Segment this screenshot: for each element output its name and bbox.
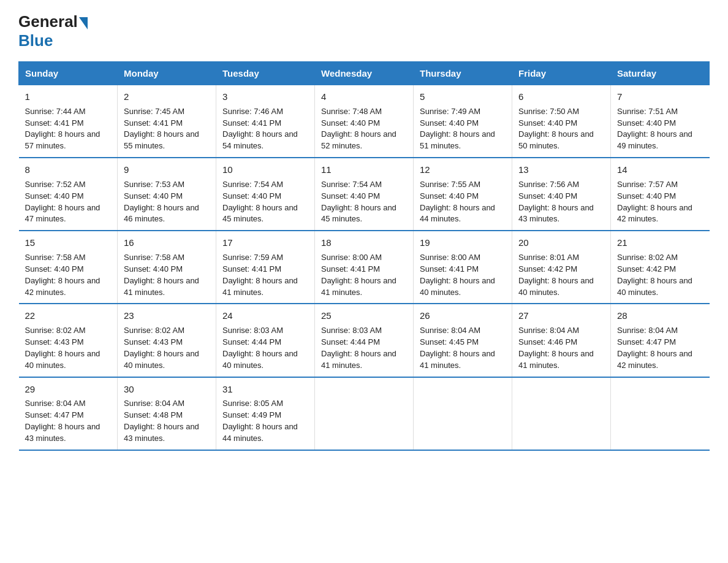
day-number: 3 xyxy=(222,90,308,104)
day-info: Sunrise: 7:55 AMSunset: 4:40 PMDaylight:… xyxy=(420,180,495,224)
day-info: Sunrise: 7:49 AMSunset: 4:40 PMDaylight:… xyxy=(420,107,495,151)
day-number: 19 xyxy=(420,236,506,250)
day-cell xyxy=(512,377,611,450)
logo-triangle-icon xyxy=(79,17,88,29)
day-cell: 28Sunrise: 8:04 AMSunset: 4:47 PMDayligh… xyxy=(611,304,710,377)
day-info: Sunrise: 7:59 AMSunset: 4:41 PMDaylight:… xyxy=(222,253,298,297)
day-cell: 10Sunrise: 7:54 AMSunset: 4:40 PMDayligh… xyxy=(216,158,315,231)
day-info: Sunrise: 8:04 AMSunset: 4:48 PMDaylight:… xyxy=(124,399,199,443)
day-cell: 19Sunrise: 8:00 AMSunset: 4:41 PMDayligh… xyxy=(414,231,512,304)
day-number: 1 xyxy=(25,90,112,104)
day-info: Sunrise: 7:46 AMSunset: 4:41 PMDaylight:… xyxy=(222,107,298,151)
day-cell: 25Sunrise: 8:03 AMSunset: 4:44 PMDayligh… xyxy=(315,304,414,377)
day-info: Sunrise: 8:00 AMSunset: 4:41 PMDaylight:… xyxy=(420,253,495,297)
day-cell: 9Sunrise: 7:53 AMSunset: 4:40 PMDaylight… xyxy=(118,158,216,231)
day-cell: 2Sunrise: 7:45 AMSunset: 4:41 PMDaylight… xyxy=(118,85,216,158)
logo: General Blue xyxy=(18,12,89,50)
day-cell: 29Sunrise: 8:04 AMSunset: 4:47 PMDayligh… xyxy=(19,377,118,450)
day-cell: 30Sunrise: 8:04 AMSunset: 4:48 PMDayligh… xyxy=(118,377,216,450)
calendar-table: SundayMondayTuesdayWednesdayThursdayFrid… xyxy=(18,61,710,451)
day-info: Sunrise: 7:45 AMSunset: 4:41 PMDaylight:… xyxy=(124,107,199,151)
day-cell: 1Sunrise: 7:44 AMSunset: 4:41 PMDaylight… xyxy=(19,85,118,158)
day-info: Sunrise: 7:56 AMSunset: 4:40 PMDaylight:… xyxy=(518,180,594,224)
day-number: 30 xyxy=(124,383,210,396)
day-cell: 22Sunrise: 8:02 AMSunset: 4:43 PMDayligh… xyxy=(19,304,118,377)
day-info: Sunrise: 7:54 AMSunset: 4:40 PMDaylight:… xyxy=(222,180,298,224)
col-header-wednesday: Wednesday xyxy=(315,62,414,85)
day-number: 23 xyxy=(124,309,210,323)
day-cell: 13Sunrise: 7:56 AMSunset: 4:40 PMDayligh… xyxy=(512,158,611,231)
week-row-1: 1Sunrise: 7:44 AMSunset: 4:41 PMDaylight… xyxy=(19,85,710,158)
day-info: Sunrise: 8:03 AMSunset: 4:44 PMDaylight:… xyxy=(321,326,396,370)
day-cell: 14Sunrise: 7:57 AMSunset: 4:40 PMDayligh… xyxy=(611,158,710,231)
day-cell: 4Sunrise: 7:48 AMSunset: 4:40 PMDaylight… xyxy=(315,85,414,158)
day-cell: 5Sunrise: 7:49 AMSunset: 4:40 PMDaylight… xyxy=(414,85,512,158)
day-info: Sunrise: 8:03 AMSunset: 4:44 PMDaylight:… xyxy=(222,326,298,370)
day-cell: 26Sunrise: 8:04 AMSunset: 4:45 PMDayligh… xyxy=(414,304,512,377)
day-number: 24 xyxy=(222,309,308,323)
day-info: Sunrise: 7:58 AMSunset: 4:40 PMDaylight:… xyxy=(124,253,199,297)
day-info: Sunrise: 8:04 AMSunset: 4:46 PMDaylight:… xyxy=(518,326,594,370)
day-cell: 20Sunrise: 8:01 AMSunset: 4:42 PMDayligh… xyxy=(512,231,611,304)
day-info: Sunrise: 7:44 AMSunset: 4:41 PMDaylight:… xyxy=(25,107,100,151)
day-info: Sunrise: 7:58 AMSunset: 4:40 PMDaylight:… xyxy=(25,253,100,297)
day-cell: 11Sunrise: 7:54 AMSunset: 4:40 PMDayligh… xyxy=(315,158,414,231)
col-header-tuesday: Tuesday xyxy=(216,62,315,85)
day-number: 26 xyxy=(420,309,506,323)
day-number: 13 xyxy=(518,163,604,177)
day-number: 11 xyxy=(321,163,407,177)
day-number: 8 xyxy=(25,163,112,177)
day-cell: 3Sunrise: 7:46 AMSunset: 4:41 PMDaylight… xyxy=(216,85,315,158)
day-info: Sunrise: 7:52 AMSunset: 4:40 PMDaylight:… xyxy=(25,180,100,224)
day-cell: 6Sunrise: 7:50 AMSunset: 4:40 PMDaylight… xyxy=(512,85,611,158)
day-cell: 16Sunrise: 7:58 AMSunset: 4:40 PMDayligh… xyxy=(118,231,216,304)
day-info: Sunrise: 7:51 AMSunset: 4:40 PMDaylight:… xyxy=(617,107,692,151)
day-number: 6 xyxy=(518,90,604,104)
week-row-2: 8Sunrise: 7:52 AMSunset: 4:40 PMDaylight… xyxy=(19,158,710,231)
day-info: Sunrise: 8:02 AMSunset: 4:43 PMDaylight:… xyxy=(124,326,199,370)
day-info: Sunrise: 8:04 AMSunset: 4:47 PMDaylight:… xyxy=(617,326,692,370)
day-number: 15 xyxy=(25,236,112,250)
page-header: General Blue xyxy=(18,12,710,50)
day-info: Sunrise: 8:02 AMSunset: 4:43 PMDaylight:… xyxy=(25,326,100,370)
day-number: 25 xyxy=(321,309,407,323)
col-header-monday: Monday xyxy=(118,62,216,85)
day-info: Sunrise: 7:54 AMSunset: 4:40 PMDaylight:… xyxy=(321,180,396,224)
day-cell: 8Sunrise: 7:52 AMSunset: 4:40 PMDaylight… xyxy=(19,158,118,231)
day-info: Sunrise: 8:01 AMSunset: 4:42 PMDaylight:… xyxy=(518,253,594,297)
week-row-5: 29Sunrise: 8:04 AMSunset: 4:47 PMDayligh… xyxy=(19,377,710,450)
day-number: 22 xyxy=(25,309,112,323)
day-cell: 15Sunrise: 7:58 AMSunset: 4:40 PMDayligh… xyxy=(19,231,118,304)
day-number: 10 xyxy=(222,163,308,177)
week-row-3: 15Sunrise: 7:58 AMSunset: 4:40 PMDayligh… xyxy=(19,231,710,304)
day-cell: 24Sunrise: 8:03 AMSunset: 4:44 PMDayligh… xyxy=(216,304,315,377)
logo-general-text: General xyxy=(18,12,78,31)
day-number: 12 xyxy=(420,163,506,177)
day-number: 28 xyxy=(617,309,703,323)
week-row-4: 22Sunrise: 8:02 AMSunset: 4:43 PMDayligh… xyxy=(19,304,710,377)
calendar-header-row: SundayMondayTuesdayWednesdayThursdayFrid… xyxy=(19,62,710,85)
day-number: 16 xyxy=(124,236,210,250)
day-info: Sunrise: 8:02 AMSunset: 4:42 PMDaylight:… xyxy=(617,253,692,297)
col-header-saturday: Saturday xyxy=(611,62,710,85)
day-info: Sunrise: 7:50 AMSunset: 4:40 PMDaylight:… xyxy=(518,107,594,151)
day-number: 20 xyxy=(518,236,604,250)
col-header-thursday: Thursday xyxy=(414,62,512,85)
day-number: 18 xyxy=(321,236,407,250)
day-number: 31 xyxy=(222,383,308,396)
day-cell: 12Sunrise: 7:55 AMSunset: 4:40 PMDayligh… xyxy=(414,158,512,231)
day-number: 9 xyxy=(124,163,210,177)
day-number: 4 xyxy=(321,90,407,104)
logo-blue-text: Blue xyxy=(18,31,53,50)
day-number: 27 xyxy=(518,309,604,323)
day-info: Sunrise: 7:57 AMSunset: 4:40 PMDaylight:… xyxy=(617,180,692,224)
day-info: Sunrise: 8:04 AMSunset: 4:47 PMDaylight:… xyxy=(25,399,100,443)
day-cell: 7Sunrise: 7:51 AMSunset: 4:40 PMDaylight… xyxy=(611,85,710,158)
day-cell xyxy=(611,377,710,450)
day-info: Sunrise: 8:05 AMSunset: 4:49 PMDaylight:… xyxy=(222,399,298,443)
day-number: 29 xyxy=(25,383,112,396)
day-cell: 18Sunrise: 8:00 AMSunset: 4:41 PMDayligh… xyxy=(315,231,414,304)
col-header-sunday: Sunday xyxy=(19,62,118,85)
day-info: Sunrise: 8:04 AMSunset: 4:45 PMDaylight:… xyxy=(420,326,495,370)
day-number: 17 xyxy=(222,236,308,250)
